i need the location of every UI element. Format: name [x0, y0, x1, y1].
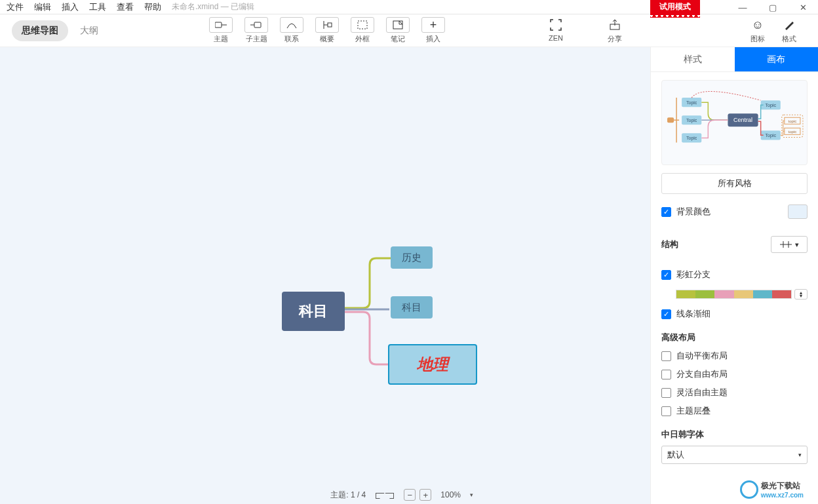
side-panel: 样式 画布 Central Topic Topic Topic Topic To… — [650, 47, 818, 504]
subtopic-subject[interactable]: 科目 — [391, 296, 433, 319]
map-overview-icon[interactable]: ⫍⫎ — [375, 490, 395, 501]
svg-text:Central: Central — [733, 117, 752, 123]
view-outline-tab[interactable]: 大纲 — [80, 25, 98, 37]
toolbar-editing-group: 主题 子主题 联系 概要 外框 笔记 +插入 — [203, 17, 451, 44]
toolbar-format-group: ☺图标 格式 — [742, 17, 805, 44]
subtopic-button[interactable]: 子主题 — [239, 17, 274, 44]
free-branch-checkbox[interactable] — [661, 370, 671, 379]
auto-balance-label: 自动平衡布局 — [676, 350, 728, 362]
trial-mode-badge[interactable]: 试用模式 — [650, 0, 700, 15]
close-button[interactable]: ✕ — [788, 0, 818, 14]
rainbow-preview[interactable] — [676, 290, 792, 299]
summary-button[interactable]: 概要 — [309, 17, 345, 44]
rainbow-checkbox[interactable]: ✓ — [661, 270, 671, 280]
brush-icon — [777, 17, 801, 33]
rainbow-stepper[interactable]: ▴▾ — [794, 289, 808, 300]
document-title: 未命名.xmind — 已编辑 — [172, 1, 254, 12]
subtopic-geography-selected[interactable]: 地理 — [388, 344, 477, 385]
notes-icon — [393, 20, 403, 29]
menu-file[interactable]: 文件 — [1, 0, 29, 14]
free-topic-checkbox[interactable] — [661, 388, 671, 398]
menu-view[interactable]: 查看 — [111, 0, 139, 14]
status-bar: 主题: 1 / 4 ⫍⫎ − + 100% ▾ — [0, 486, 482, 504]
menu-insert[interactable]: 插入 — [56, 0, 84, 14]
all-styles-button[interactable]: 所有风格 — [661, 173, 808, 194]
svg-rect-4 — [328, 23, 332, 27]
tapered-checkbox[interactable]: ✓ — [661, 309, 671, 319]
minimize-button[interactable]: — — [728, 0, 758, 14]
zoom-out-button[interactable]: − — [404, 489, 416, 501]
zen-button[interactable]: ZEN — [536, 17, 575, 44]
zoom-dropdown-icon[interactable]: ▾ — [470, 492, 473, 498]
tab-style[interactable]: 样式 — [651, 47, 735, 72]
summary-icon — [321, 20, 333, 29]
svg-text:Topic: Topic — [686, 136, 697, 141]
zoom-level[interactable]: 100% — [440, 490, 461, 499]
watermark: 极光下载站 www.xz7.com — [740, 480, 804, 499]
free-topic-label: 灵活自由主题 — [676, 387, 728, 398]
window-controls: — ▢ ✕ — [728, 0, 818, 14]
format-button[interactable]: 格式 — [773, 17, 805, 44]
svg-rect-5 — [358, 21, 367, 29]
advanced-layout-heading: 高级布局 — [661, 332, 808, 343]
svg-text:topic: topic — [789, 130, 797, 134]
view-mindmap-tab[interactable]: 思维导图 — [12, 20, 68, 41]
free-branch-label: 分支自由布局 — [676, 368, 728, 380]
central-topic[interactable]: 科目 — [282, 292, 345, 331]
notes-button[interactable]: 笔记 — [380, 17, 416, 44]
menu-edit[interactable]: 编辑 — [29, 0, 56, 14]
watermark-logo — [740, 480, 758, 499]
svg-text:Topic: Topic — [766, 103, 777, 108]
topic-button[interactable]: 主题 — [203, 17, 239, 44]
share-button[interactable]: 分享 — [595, 17, 634, 44]
bg-color-swatch[interactable] — [788, 204, 808, 219]
auto-balance-checkbox[interactable] — [661, 351, 671, 361]
svg-rect-25 — [667, 117, 674, 123]
svg-rect-0 — [215, 22, 222, 28]
relationship-button[interactable]: 联系 — [274, 17, 309, 44]
rainbow-label: 彩虹分支 — [676, 269, 711, 281]
menu-tools[interactable]: 工具 — [84, 0, 111, 14]
svg-text:Topic: Topic — [766, 133, 777, 138]
relationship-icon — [286, 20, 298, 29]
svg-text:Topic: Topic — [686, 118, 697, 123]
boundary-icon — [357, 20, 368, 29]
bg-color-checkbox[interactable]: ✓ — [661, 207, 671, 217]
icons-button[interactable]: ☺图标 — [742, 17, 773, 44]
font-dropdown[interactable]: 默认▾ — [661, 446, 808, 464]
tapered-label: 线条渐细 — [676, 308, 711, 320]
boundary-button[interactable]: 外框 — [345, 17, 380, 44]
svg-rect-6 — [393, 21, 402, 29]
subtopic-history[interactable]: 历史 — [391, 246, 433, 269]
cjk-font-heading: 中日韩字体 — [661, 429, 808, 440]
topic-count-label: 主题: 1 / 4 — [330, 490, 366, 501]
menu-bar: 文件 编辑 插入 工具 查看 帮助 未命名.xmind — 已编辑 试用模式 —… — [0, 0, 818, 14]
smiley-icon: ☺ — [746, 17, 769, 33]
theme-preview[interactable]: Central Topic Topic Topic Topic Topic to… — [661, 80, 808, 165]
structure-label: 结构 — [661, 239, 678, 250]
menu-help[interactable]: 帮助 — [139, 0, 166, 14]
overlap-label: 主题层叠 — [676, 405, 711, 417]
connectors — [0, 47, 650, 504]
mindmap-canvas[interactable]: 科目 历史 科目 地理 主题: 1 / 4 ⫍⫎ − + 100% ▾ — [0, 47, 650, 504]
structure-dropdown[interactable]: ▾ — [771, 236, 808, 253]
zen-icon — [550, 19, 562, 31]
toolbar: 思维导图 大纲 主题 子主题 联系 概要 外框 笔记 +插入 ZEN 分享 ☺图… — [0, 14, 818, 47]
toolbar-zen-share-group: ZEN 分享 — [536, 17, 634, 44]
share-icon — [609, 19, 621, 31]
zoom-in-button[interactable]: + — [419, 489, 431, 501]
overlap-checkbox[interactable] — [661, 406, 671, 416]
insert-button[interactable]: +插入 — [416, 17, 451, 44]
svg-text:Topic: Topic — [686, 100, 697, 106]
svg-rect-3 — [254, 22, 261, 28]
zoom-controls: − + — [404, 489, 431, 501]
topic-icon — [215, 20, 227, 29]
subtopic-icon — [250, 20, 262, 29]
svg-text:topic: topic — [789, 119, 797, 123]
bg-color-label: 背景颜色 — [676, 206, 711, 218]
tab-canvas[interactable]: 画布 — [735, 47, 819, 72]
maximize-button[interactable]: ▢ — [758, 0, 788, 14]
